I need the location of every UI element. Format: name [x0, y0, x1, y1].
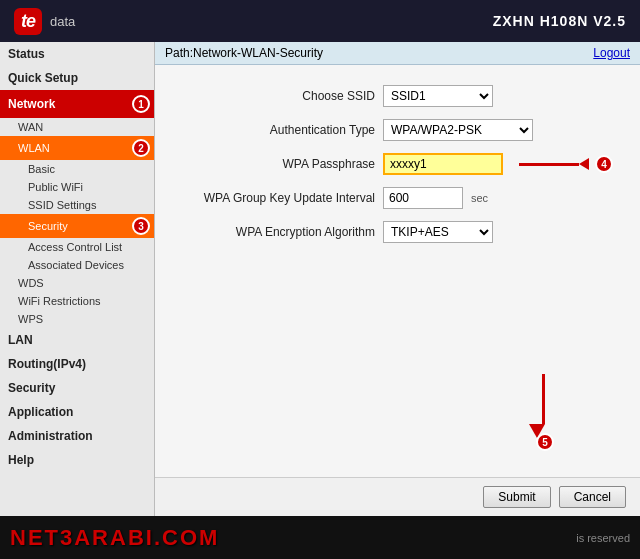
- sidebar-item-public-wifi[interactable]: Public WiFi: [0, 178, 154, 196]
- logo-data: data: [50, 14, 75, 29]
- sidebar-item-quick-setup[interactable]: Quick Setup: [0, 66, 154, 90]
- choose-ssid-row: Choose SSID SSID1 SSID2 SSID3: [175, 85, 620, 107]
- submit-arrow-container: 5: [175, 255, 620, 457]
- sidebar-item-associated-devices[interactable]: Associated Devices: [0, 256, 154, 274]
- annotation-4: 4: [595, 155, 613, 173]
- button-row: Submit Cancel: [155, 477, 640, 516]
- logout-link[interactable]: Logout: [593, 46, 630, 60]
- path-text: Path:Network-WLAN-Security: [165, 46, 323, 60]
- form-area: Choose SSID SSID1 SSID2 SSID3 Authentica…: [155, 65, 640, 477]
- group-key-input[interactable]: [383, 187, 463, 209]
- sidebar-item-administration[interactable]: Administration: [0, 424, 154, 448]
- sidebar-item-security-section[interactable]: Security: [0, 376, 154, 400]
- sidebar-item-application[interactable]: Application: [0, 400, 154, 424]
- device-name: ZXHN H108N V2.5: [493, 13, 626, 29]
- passphrase-input[interactable]: [383, 153, 503, 175]
- choose-ssid-label: Choose SSID: [175, 89, 375, 103]
- bottom-bar: NET3ARABI.COM is reserved: [0, 516, 640, 559]
- content-area: Path:Network-WLAN-Security Logout Choose…: [155, 42, 640, 516]
- passphrase-row: WPA Passphrase 4: [175, 153, 620, 175]
- sidebar-item-security[interactable]: Security 3: [0, 214, 154, 238]
- sidebar-item-basic[interactable]: Basic: [0, 160, 154, 178]
- copyright-text: is reserved: [576, 532, 630, 544]
- header: te data ZXHN H108N V2.5: [0, 0, 640, 42]
- sidebar-item-acl[interactable]: Access Control List: [0, 238, 154, 256]
- annotation-2: 2: [132, 139, 150, 157]
- submit-button[interactable]: Submit: [483, 486, 550, 508]
- logo-area: te data: [14, 8, 75, 35]
- path-bar: Path:Network-WLAN-Security Logout: [155, 42, 640, 65]
- sidebar-item-lan[interactable]: LAN: [0, 328, 154, 352]
- sidebar-item-wds[interactable]: WDS: [0, 274, 154, 292]
- sidebar-item-status[interactable]: Status: [0, 42, 154, 66]
- sidebar-item-wan[interactable]: WAN: [0, 118, 154, 136]
- sidebar-item-ssid-settings[interactable]: SSID Settings: [0, 196, 154, 214]
- logo-text: te: [21, 11, 35, 31]
- down-arrow-shaft: [542, 374, 545, 424]
- group-key-row: WPA Group Key Update Interval sec: [175, 187, 620, 209]
- auth-type-label: Authentication Type: [175, 123, 375, 137]
- sidebar-item-network[interactable]: Network 1: [0, 90, 154, 118]
- sidebar-item-routing[interactable]: Routing(IPv4): [0, 352, 154, 376]
- sidebar-security-label: Security: [28, 220, 68, 232]
- choose-ssid-select[interactable]: SSID1 SSID2 SSID3: [383, 85, 493, 107]
- logo-box: te: [14, 8, 42, 35]
- annotation-5: 5: [536, 433, 554, 451]
- sidebar-wlan-label: WLAN: [18, 142, 50, 154]
- watermark-text: NET3ARABI.COM: [10, 525, 219, 551]
- sidebar-item-wlan[interactable]: WLAN 2: [0, 136, 154, 160]
- main-layout: Status Quick Setup Network 1 WAN WLAN 2 …: [0, 42, 640, 516]
- encryption-label: WPA Encryption Algorithm: [175, 225, 375, 239]
- auth-type-row: Authentication Type WPA/WPA2-PSK WPA WPA…: [175, 119, 620, 141]
- sidebar-item-wps[interactable]: WPS: [0, 310, 154, 328]
- group-key-unit: sec: [471, 192, 488, 204]
- group-key-label: WPA Group Key Update Interval: [175, 191, 375, 205]
- annotation-3: 3: [132, 217, 150, 235]
- annotation-1: 1: [132, 95, 150, 113]
- sidebar-item-wifi-restrictions[interactable]: WiFi Restrictions: [0, 292, 154, 310]
- passphrase-arrow: 4: [519, 155, 613, 173]
- cancel-button[interactable]: Cancel: [559, 486, 626, 508]
- encryption-select[interactable]: TKIP+AES TKIP AES: [383, 221, 493, 243]
- auth-type-select[interactable]: WPA/WPA2-PSK WPA WPA2: [383, 119, 533, 141]
- sidebar-item-help[interactable]: Help: [0, 448, 154, 472]
- passphrase-label: WPA Passphrase: [175, 157, 375, 171]
- encryption-row: WPA Encryption Algorithm TKIP+AES TKIP A…: [175, 221, 620, 243]
- sidebar-network-label: Network: [8, 97, 55, 111]
- sidebar: Status Quick Setup Network 1 WAN WLAN 2 …: [0, 42, 155, 516]
